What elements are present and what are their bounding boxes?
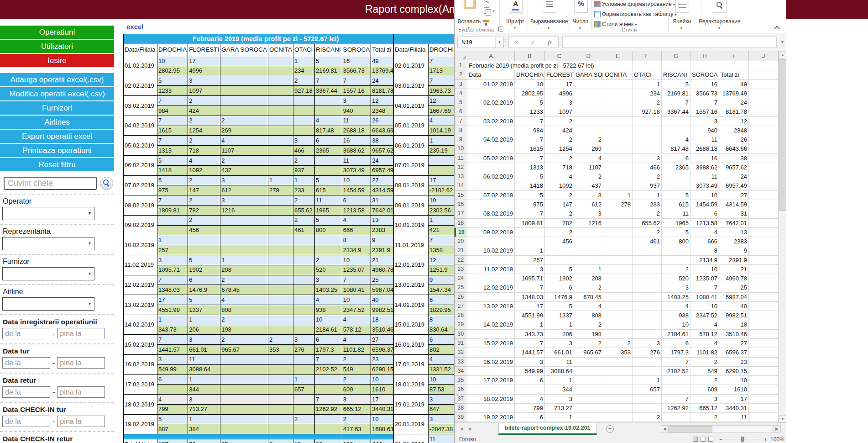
cell[interactable]: 1313 (515, 163, 545, 172)
cell[interactable]: 2 (633, 228, 662, 237)
cell[interactable]: 15.02.2019 (467, 339, 515, 348)
cell[interactable]: 6290.15 (719, 367, 749, 376)
cell[interactable] (749, 191, 779, 200)
cell[interactable] (574, 256, 603, 265)
column-header-G[interactable]: G (662, 51, 690, 61)
cell[interactable]: 16.02.2019 (467, 358, 515, 367)
formula-input[interactable] (562, 37, 777, 48)
cell[interactable]: 6 (515, 376, 545, 385)
cell[interactable] (749, 80, 779, 89)
cell[interactable]: 12.02.2019 (467, 283, 515, 292)
sidebar-nav-iesire[interactable]: Iesire (0, 54, 114, 67)
cell[interactable]: 2 (633, 209, 662, 218)
cell[interactable]: 2 (545, 154, 574, 163)
row-header-19[interactable]: 19 (455, 228, 467, 237)
row-header-17[interactable]: 17 (455, 209, 467, 218)
cell[interactable] (603, 404, 633, 413)
cell[interactable] (603, 209, 633, 218)
cell[interactable] (749, 302, 779, 311)
cell[interactable]: 7 (690, 283, 719, 292)
row-header-34[interactable]: 34 (455, 367, 467, 376)
cell[interactable] (633, 395, 662, 404)
cell[interactable]: 233 (633, 200, 662, 209)
cell[interactable] (749, 237, 779, 246)
cell[interactable]: 3 (574, 209, 603, 218)
row-header-38[interactable]: 38 (455, 404, 467, 413)
cell[interactable]: 3 (690, 117, 719, 126)
cell[interactable] (603, 320, 633, 329)
cell[interactable]: 38 (719, 154, 749, 163)
cell[interactable] (467, 274, 515, 283)
row-header-28[interactable]: 28 (455, 311, 467, 320)
row-header-21[interactable]: 21 (455, 246, 467, 255)
cell[interactable]: 2 (545, 117, 574, 126)
cell[interactable]: 2 (574, 172, 603, 181)
fx-icon[interactable]: fx (548, 39, 552, 46)
cell[interactable] (633, 274, 662, 283)
cell[interactable] (467, 144, 515, 153)
cell[interactable] (515, 385, 545, 394)
cell[interactable]: 27 (719, 191, 749, 200)
cell[interactable] (574, 367, 603, 376)
cell[interactable] (633, 256, 662, 265)
cell[interactable]: 4 (690, 228, 719, 237)
header-cell[interactable]: DROCHIA (515, 70, 545, 79)
cell[interactable]: 2102.52 (662, 367, 690, 376)
cell[interactable]: 7 (515, 154, 545, 163)
alignment-button[interactable] (543, 0, 556, 13)
row-header-24[interactable]: 24 (455, 274, 467, 283)
date-to-input[interactable] (57, 416, 105, 427)
cell[interactable]: 1235.07 (690, 274, 719, 283)
cell[interactable]: 3 (574, 191, 603, 200)
cell-styles-button[interactable]: Стили ячеек ▾ (602, 21, 637, 27)
cell[interactable] (467, 367, 515, 376)
number-format-button[interactable]: % (574, 0, 588, 13)
cell[interactable] (515, 237, 545, 246)
cell[interactable] (467, 126, 515, 135)
cell[interactable] (545, 256, 574, 265)
cell[interactable] (603, 413, 633, 422)
cell[interactable] (603, 135, 633, 144)
cell[interactable]: 7642.01 (719, 219, 749, 228)
cell[interactable] (749, 181, 779, 190)
cell[interactable] (467, 330, 515, 339)
cell[interactable]: 3 (545, 98, 574, 107)
cell[interactable] (574, 358, 603, 367)
header-cell[interactable]: Total zi (719, 70, 749, 79)
row-header-1[interactable]: 1 (455, 61, 467, 70)
cell[interactable] (603, 98, 633, 107)
cell[interactable]: 2134.9 (690, 256, 719, 265)
cell[interactable]: 2 (603, 339, 633, 348)
cell[interactable] (749, 293, 779, 302)
cell[interactable]: 353 (603, 348, 633, 357)
cell[interactable]: 31 (719, 209, 749, 218)
cell[interactable]: 7 (515, 209, 545, 218)
cell[interactable]: 08.02.2019 (467, 209, 515, 218)
cut-icon[interactable]: ✂ (484, 0, 489, 5)
cells-button[interactable] (675, 0, 689, 13)
cell[interactable] (662, 61, 690, 70)
cell[interactable]: 2169.81 (662, 89, 690, 98)
scroll-up-icon[interactable]: ▲ (779, 51, 786, 58)
cell[interactable] (749, 330, 779, 339)
cell[interactable]: 03.02.2019 (467, 117, 515, 126)
cell[interactable]: 3566.73 (690, 89, 719, 98)
collapse-ribbon-icon[interactable] (774, 26, 780, 32)
cell[interactable] (633, 144, 662, 153)
cell[interactable] (749, 70, 779, 79)
cell[interactable]: 2688.18 (690, 144, 719, 153)
cell[interactable]: 10.02.2019 (467, 246, 515, 255)
cell[interactable]: 06.02.2019 (467, 172, 515, 181)
cell[interactable] (749, 385, 779, 394)
filter-select-reprezentanta[interactable]: ▾ (2, 237, 94, 250)
cell[interactable]: 6 (690, 209, 719, 218)
cell[interactable]: 2802.95 (515, 89, 545, 98)
cell[interactable]: 49 (719, 80, 749, 89)
row-header-5[interactable]: 5 (455, 98, 467, 107)
cell[interactable] (574, 107, 603, 116)
cell[interactable] (749, 413, 779, 422)
row-header-37[interactable]: 37 (455, 395, 467, 404)
cell[interactable] (467, 293, 515, 302)
cell[interactable]: 21 (719, 265, 749, 274)
sidebar-action-button[interactable]: Modifica operatii excel(.csv) (0, 87, 114, 100)
